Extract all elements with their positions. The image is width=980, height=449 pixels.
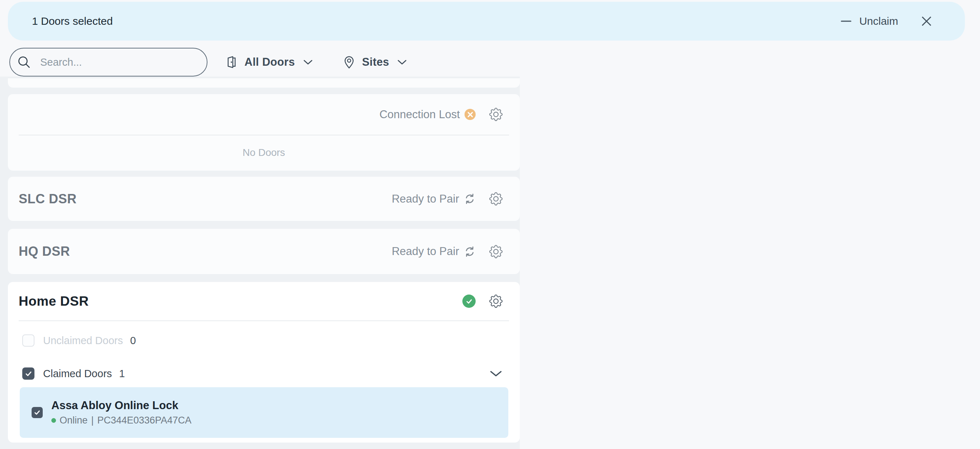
claimed-doors-label: Claimed Doors xyxy=(43,368,112,380)
unclaimed-doors-row: Unclaimed Doors 0 xyxy=(22,334,502,347)
dsr-card-connection-lost[interactable]: Connection Lost xyxy=(8,94,520,171)
door-info: Assa Abloy Online Lock Online | PC344E03… xyxy=(51,399,191,426)
gear-icon xyxy=(489,192,503,206)
unclaimed-doors-checkbox[interactable] xyxy=(22,334,35,347)
sites-filter-dropdown[interactable]: Sites xyxy=(344,56,407,69)
sync-icon xyxy=(464,246,476,257)
close-banner-button[interactable] xyxy=(921,16,932,27)
search-icon xyxy=(17,55,31,69)
chevron-down-icon xyxy=(398,60,407,65)
connection-status-text: Connection Lost xyxy=(379,108,460,121)
circle-x-icon xyxy=(465,109,476,120)
chevron-down-icon[interactable] xyxy=(490,371,502,377)
dsr-title: SLC DSR xyxy=(19,192,77,206)
door-checkbox[interactable] xyxy=(32,407,43,418)
minus-icon xyxy=(841,16,851,27)
door-status-row: Online | PC344E0336PA47CA xyxy=(51,415,191,426)
gear-icon xyxy=(489,108,503,121)
empty-doors-row: No Doors xyxy=(8,136,520,170)
scrolled-card-edge xyxy=(8,78,520,88)
dsr-card-header: Connection Lost xyxy=(8,94,520,135)
sync-icon xyxy=(464,193,476,205)
claimed-doors-row[interactable]: Claimed Doors 1 xyxy=(22,367,502,380)
status-cluster: Ready to Pair xyxy=(391,245,503,258)
banner-actions: Unclaim xyxy=(841,15,932,27)
gear-icon xyxy=(489,294,503,308)
dsr-card-home[interactable]: Home DSR Unclaimed Doors 0 xyxy=(8,282,520,443)
claimed-doors-checkbox[interactable] xyxy=(22,368,35,380)
unclaimed-doors-label: Unclaimed Doors xyxy=(43,335,123,347)
door-device-id: PC344E0336PA47CA xyxy=(97,415,191,426)
checkbox-check-icon xyxy=(24,370,33,378)
dsr-settings-button[interactable] xyxy=(489,108,503,121)
door-list-item[interactable]: Assa Abloy Online Lock Online | PC344E03… xyxy=(20,387,508,438)
status-cluster xyxy=(462,294,503,308)
door-status-text: Online xyxy=(60,415,88,426)
door-title: Assa Abloy Online Lock xyxy=(51,399,191,412)
check-circle-icon xyxy=(462,294,476,308)
dsr-list: Connection Lost xyxy=(0,77,520,449)
gear-icon xyxy=(489,245,503,258)
dsr-settings-button[interactable] xyxy=(489,245,503,258)
search-input[interactable] xyxy=(40,56,198,68)
claimed-doors-count: 1 xyxy=(119,368,125,380)
card-divider xyxy=(19,320,509,321)
dsr-settings-button[interactable] xyxy=(489,192,503,206)
dsr-title: HQ DSR xyxy=(19,244,70,259)
chevron-down-icon xyxy=(303,60,313,65)
dsr-settings-button[interactable] xyxy=(489,294,503,308)
unclaim-button[interactable]: Unclaim xyxy=(859,15,898,27)
no-doors-text: No Doors xyxy=(243,147,285,158)
checkbox-check-icon xyxy=(33,409,41,416)
selection-banner: 1 Doors selected Unclaim xyxy=(8,2,965,41)
dsr-card-slc[interactable]: SLC DSR Ready to Pair xyxy=(8,177,520,221)
dsr-title: Home DSR xyxy=(19,294,89,309)
doors-filter-dropdown[interactable]: All Doors xyxy=(227,56,313,69)
location-pin-icon xyxy=(344,56,354,69)
dsr-card-header: Home DSR xyxy=(8,282,520,320)
selection-count-text: 1 Doors selected xyxy=(32,15,113,27)
online-dot xyxy=(51,418,56,423)
close-icon xyxy=(921,16,932,27)
sites-filter-label: Sites xyxy=(362,56,390,69)
deselect-button[interactable] xyxy=(841,16,851,27)
status-cluster: Connection Lost xyxy=(379,108,503,121)
dsr-card-hq[interactable]: HQ DSR Ready to Pair xyxy=(8,229,520,274)
ready-status-text: Ready to Pair xyxy=(391,193,459,206)
ready-status-text: Ready to Pair xyxy=(391,245,459,258)
search-bar[interactable] xyxy=(10,48,207,77)
door-icon xyxy=(227,56,236,68)
filter-bar: All Doors Sites xyxy=(227,48,407,77)
doors-filter-label: All Doors xyxy=(245,56,295,69)
door-status-separator: | xyxy=(91,415,94,426)
status-cluster: Ready to Pair xyxy=(391,192,503,206)
unclaimed-doors-count: 0 xyxy=(130,335,136,347)
